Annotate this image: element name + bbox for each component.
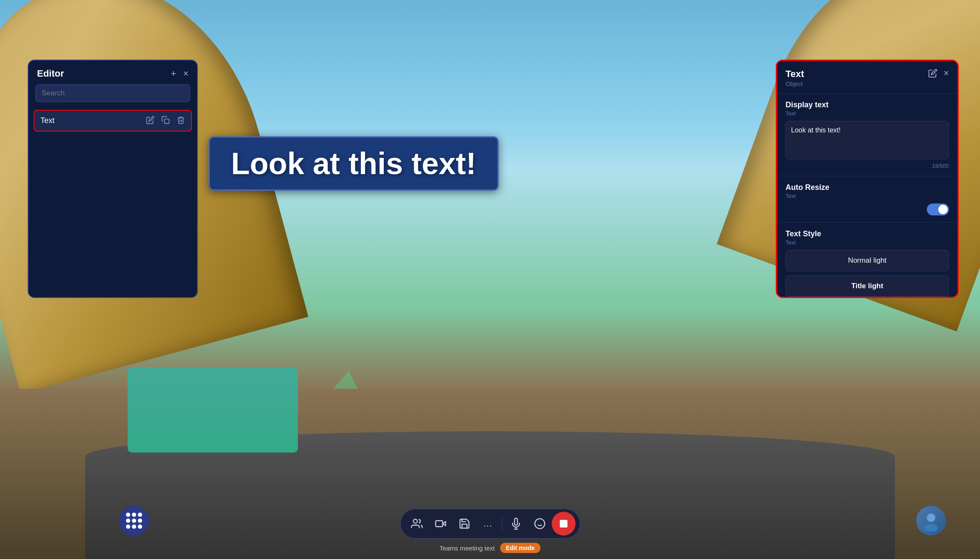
editor-header-actions: + × bbox=[171, 69, 189, 78]
meeting-text: Teams meeting text bbox=[440, 545, 495, 552]
list-item-name: Text bbox=[40, 116, 142, 125]
auto-resize-toggle-row bbox=[786, 204, 949, 215]
auto-resize-toggle[interactable] bbox=[927, 204, 949, 215]
search-input[interactable] bbox=[35, 84, 190, 102]
scene-text-banner: Look at this text! bbox=[209, 136, 499, 191]
more-button[interactable]: … bbox=[476, 512, 500, 536]
toolbar-container: … bbox=[400, 509, 580, 539]
props-subtitle: Object bbox=[786, 80, 804, 87]
grass-area bbox=[128, 367, 298, 453]
avatar-button[interactable] bbox=[916, 506, 946, 536]
style-option-normal[interactable]: Normal light bbox=[786, 250, 949, 271]
toolbar-pill: … bbox=[400, 509, 580, 539]
text-style-sublabel: Text bbox=[786, 239, 949, 246]
emoji-button[interactable] bbox=[528, 512, 551, 536]
auto-resize-sublabel: Text bbox=[786, 193, 949, 199]
scene-banner-text: Look at this text! bbox=[231, 146, 476, 181]
list-item[interactable]: Text bbox=[34, 110, 192, 132]
save-button[interactable] bbox=[452, 512, 476, 536]
mic-button[interactable] bbox=[504, 512, 528, 536]
properties-panel: Text Object × Display text Text Look at … bbox=[776, 60, 959, 298]
avatar-container bbox=[916, 506, 946, 536]
display-text-sublabel: Text bbox=[786, 110, 949, 117]
svg-point-8 bbox=[924, 524, 938, 531]
toolbar-divider bbox=[502, 516, 502, 531]
editor-title: Editor bbox=[37, 68, 64, 79]
auto-resize-section: Auto Resize Text bbox=[777, 176, 957, 223]
search-container bbox=[29, 84, 197, 107]
display-text-input[interactable]: Look at this text! bbox=[786, 121, 949, 159]
props-title-group: Text Object bbox=[786, 69, 804, 87]
text-style-section: Text Style Text Normal light Title light bbox=[777, 223, 957, 297]
grid-dots-icon bbox=[126, 513, 142, 529]
edit-mode-badge[interactable]: Edit mode bbox=[500, 543, 541, 553]
props-body: Display text Text Look at this text! 18/… bbox=[777, 94, 957, 297]
svg-point-7 bbox=[927, 513, 935, 522]
editor-header: Editor + × bbox=[29, 60, 197, 84]
svg-point-1 bbox=[413, 519, 417, 523]
grid-button-container bbox=[119, 506, 149, 536]
video-button[interactable] bbox=[429, 512, 452, 536]
text-style-label: Text Style bbox=[786, 229, 949, 238]
item-delete-icon[interactable] bbox=[177, 116, 185, 126]
list-item-actions bbox=[146, 116, 185, 126]
items-list: Text bbox=[29, 107, 197, 297]
grid-button[interactable] bbox=[119, 506, 149, 536]
svg-point-3 bbox=[534, 519, 544, 528]
props-title: Text bbox=[786, 69, 804, 80]
svg-rect-0 bbox=[165, 119, 169, 124]
avatar-icon bbox=[920, 510, 942, 531]
item-edit-icon[interactable] bbox=[146, 116, 154, 126]
meeting-bar: Teams meeting text Edit mode bbox=[440, 543, 541, 553]
people-button[interactable] bbox=[405, 512, 429, 536]
char-count: 18/500 bbox=[786, 163, 949, 169]
svg-rect-6 bbox=[560, 520, 567, 527]
props-edit-button[interactable] bbox=[928, 69, 937, 78]
display-text-section: Display text Text Look at this text! 18/… bbox=[777, 94, 957, 176]
props-close-button[interactable]: × bbox=[943, 69, 949, 78]
svg-rect-2 bbox=[435, 521, 442, 527]
props-header: Text Object × bbox=[777, 61, 957, 94]
display-text-label: Display text bbox=[786, 100, 949, 109]
editor-close-button[interactable]: × bbox=[183, 69, 189, 78]
editor-add-button[interactable]: + bbox=[171, 69, 176, 78]
style-option-title[interactable]: Title light bbox=[786, 275, 949, 297]
stop-share-button[interactable] bbox=[551, 512, 575, 536]
editor-panel: Editor + × Text bbox=[28, 60, 198, 298]
props-header-actions: × bbox=[928, 69, 949, 78]
auto-resize-label: Auto Resize bbox=[786, 183, 949, 192]
item-copy-icon[interactable] bbox=[161, 116, 170, 126]
